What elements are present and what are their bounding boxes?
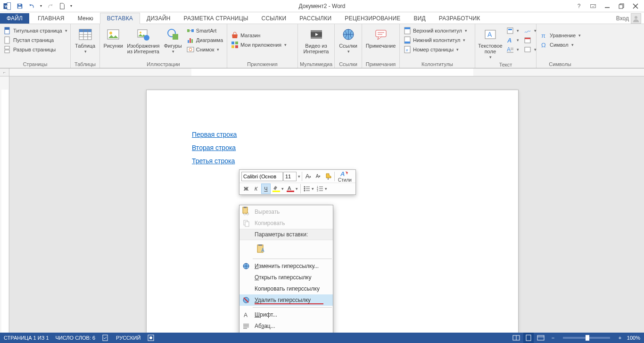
hyperlink-line-1[interactable]: Первая строка xyxy=(192,131,473,138)
tab-references[interactable]: ССЫЛКИ xyxy=(255,13,293,24)
underline-button[interactable]: Ч xyxy=(261,184,271,194)
tab-view[interactable]: ВИД xyxy=(407,13,432,24)
zoom-slider[interactable] xyxy=(563,337,610,339)
tab-developer[interactable]: РАЗРАБОТЧИК xyxy=(432,13,487,24)
pictures-button[interactable]: Рисунки xyxy=(102,26,124,50)
highlight-button[interactable]: ▾ xyxy=(271,184,285,194)
status-word-count[interactable]: ЧИСЛО СЛОВ: 6 xyxy=(56,335,96,341)
view-web-layout-button[interactable] xyxy=(536,333,546,343)
store-button[interactable]: Магазин xyxy=(229,31,289,40)
tab-file[interactable]: ФАЙЛ xyxy=(0,13,29,24)
bold-button[interactable]: Ж xyxy=(241,184,251,194)
view-print-layout-button[interactable] xyxy=(523,333,534,343)
drop-cap-button[interactable]: A▾ xyxy=(504,45,521,54)
signature-line-button[interactable]: ▾ xyxy=(522,26,538,35)
cm-edit-hyperlink[interactable]: Изменить гиперссылку... xyxy=(239,260,333,272)
restore-button[interactable] xyxy=(615,0,628,12)
shrink-font-button[interactable]: A▾ xyxy=(314,171,323,182)
group-media-label: Мультимедиа xyxy=(300,60,332,67)
status-spellcheck[interactable] xyxy=(102,334,109,342)
numbering-button[interactable]: 123▾ xyxy=(315,184,328,194)
redo-button[interactable] xyxy=(44,0,56,12)
view-read-mode-button[interactable] xyxy=(511,333,521,343)
tab-review[interactable]: РЕЦЕНЗИРОВАНИЕ xyxy=(338,13,407,24)
svg-rect-18 xyxy=(79,29,91,32)
cm-remove-hyperlink[interactable]: Удалить гиперссылку xyxy=(239,294,333,306)
my-apps-button[interactable]: Мои приложения▾ xyxy=(229,40,289,50)
date-time-button[interactable] xyxy=(522,35,538,45)
help-button[interactable]: ? xyxy=(572,0,586,12)
font-size-dropdown[interactable]: ▾ xyxy=(298,174,300,179)
screenshot-button[interactable]: Снимок▾ xyxy=(185,45,225,54)
smartart-button[interactable]: SmartArt xyxy=(185,26,225,35)
undo-button[interactable] xyxy=(26,0,38,12)
page-number-button[interactable]: #Номер страницы▾ xyxy=(402,45,473,54)
table-button[interactable]: Таблица▾ xyxy=(73,26,98,55)
text-box-button[interactable]: A Текстовое поле▾ xyxy=(477,26,504,61)
hyperlink-line-2[interactable]: Вторая строка xyxy=(192,144,473,151)
undo-dropdown[interactable]: ▾ xyxy=(39,0,43,12)
qat-customize-dropdown[interactable]: ▾ xyxy=(69,0,74,12)
status-language[interactable]: РУССКИЙ xyxy=(116,335,140,341)
styles-button[interactable]: A Стили xyxy=(336,169,354,184)
tab-home[interactable]: ГЛАВНАЯ xyxy=(31,13,71,24)
page-break-button[interactable]: Разрыв страницы xyxy=(2,45,68,54)
new-document-button[interactable] xyxy=(57,0,68,12)
tab-menu[interactable]: Меню xyxy=(71,13,100,24)
equation-button[interactable]: πУравнение▾ xyxy=(538,31,583,40)
status-page[interactable]: СТРАНИЦА 1 ИЗ 1 xyxy=(4,335,49,341)
shapes-icon xyxy=(165,27,181,42)
header-button[interactable]: Верхний колонтитул▾ xyxy=(402,26,473,35)
cm-font[interactable]: AШрифт... xyxy=(239,309,333,320)
font-name-combo[interactable] xyxy=(241,172,283,181)
zoom-out-button[interactable]: − xyxy=(548,333,558,343)
cm-open-hyperlink[interactable]: Открыть гиперссылку xyxy=(239,272,333,283)
cm-paste-options: A xyxy=(239,240,333,257)
sign-in-button[interactable]: Вход xyxy=(616,13,641,24)
footer-button[interactable]: Нижний колонтитул▾ xyxy=(402,35,473,45)
close-button[interactable] xyxy=(629,0,642,12)
group-comments-label: Примечания xyxy=(364,60,397,67)
tab-design[interactable]: ДИЗАЙН xyxy=(140,13,177,24)
cm-copy-hyperlink[interactable]: Копировать гиперссылку xyxy=(239,283,333,294)
zoom-in-button[interactable]: + xyxy=(615,333,625,343)
title-bar: W ▾ ▾ Документ2 - Word ? xyxy=(0,0,644,12)
status-macro[interactable] xyxy=(147,334,155,342)
object-button[interactable]: ▾ xyxy=(522,45,538,54)
vertical-ruler[interactable] xyxy=(0,76,9,333)
tab-mailings[interactable]: РАССЫЛКИ xyxy=(293,13,338,24)
font-color-button[interactable]: A▾ xyxy=(285,184,299,194)
italic-button[interactable]: К xyxy=(251,184,261,194)
chart-button[interactable]: Диаграмма xyxy=(185,35,225,45)
tab-page-layout[interactable]: РАЗМЕТКА СТРАНИЦЫ xyxy=(177,13,255,24)
grow-font-button[interactable]: A▴ xyxy=(304,171,313,182)
zoom-slider-thumb[interactable] xyxy=(586,335,589,341)
bullets-button[interactable]: ▾ xyxy=(302,184,315,194)
cm-cut[interactable]: Вырезать xyxy=(239,206,333,218)
blank-page-button[interactable]: Пустая страница xyxy=(2,35,68,45)
tab-insert[interactable]: ВСТАВКА xyxy=(100,13,140,24)
zoom-level[interactable]: 100% xyxy=(627,335,640,341)
online-pictures-button[interactable]: Изображения из Интернета xyxy=(125,26,161,55)
shapes-button[interactable]: Фигуры▾ xyxy=(162,26,183,55)
hyperlinks-button[interactable]: Ссылки▾ xyxy=(337,26,360,55)
comment-button[interactable]: Примечание xyxy=(364,26,397,50)
document-area[interactable]: Первая строка Вторая строка Третья строк… xyxy=(9,76,644,333)
cm-paragraph[interactable]: Абзац... xyxy=(239,320,333,332)
save-button[interactable] xyxy=(14,0,25,12)
format-painter-button[interactable] xyxy=(323,171,333,182)
symbol-button[interactable]: ΩСимвол▾ xyxy=(538,40,583,50)
cover-page-button[interactable]: Титульная страница▾ xyxy=(2,26,68,35)
quick-parts-button[interactable]: ▾ xyxy=(504,26,521,35)
ribbon-display-options-button[interactable] xyxy=(586,0,600,12)
wordart-button[interactable]: A▾ xyxy=(504,35,521,45)
svg-rect-94 xyxy=(258,244,262,246)
font-size-combo[interactable] xyxy=(283,172,297,181)
online-video-button[interactable]: Видео из Интернета xyxy=(300,26,332,55)
minimize-button[interactable] xyxy=(601,0,614,12)
cm-copy[interactable]: Копировать xyxy=(239,218,333,229)
svg-rect-15 xyxy=(5,46,9,49)
paste-keep-formatting-button[interactable]: A xyxy=(255,242,268,255)
hyperlink-line-3[interactable]: Третья строка xyxy=(192,157,473,165)
horizontal-ruler[interactable] xyxy=(9,68,644,76)
